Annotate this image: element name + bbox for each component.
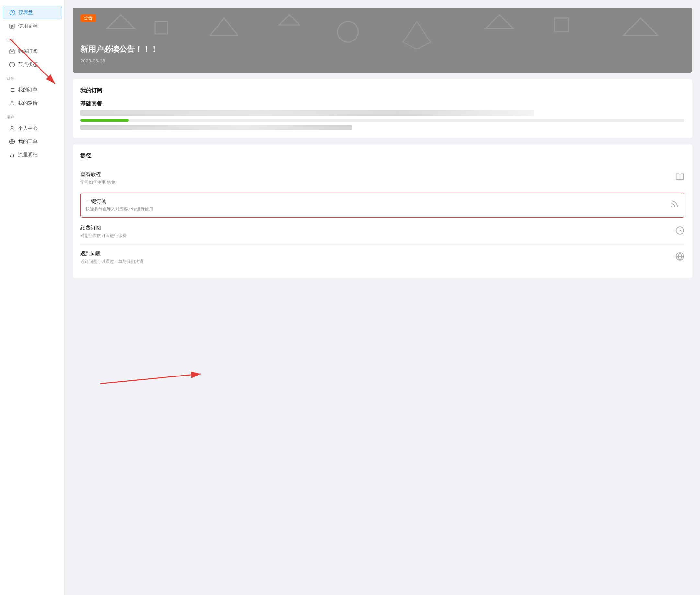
subscription-detail-blurred [80,125,352,130]
shortcut-subscribe-title: 一键订阅 [86,198,153,205]
shortcut-renew-text: 续费订阅 对您当前的订阅进行续费 [80,225,127,238]
svg-rect-21 [155,22,167,34]
shortcuts-card: 捷径 查看教程 学习如何使用 您免 一键订阅 快速将节点导入 [73,144,692,278]
sidebar-item-profile[interactable]: 个人中心 [3,122,62,135]
svg-marker-23 [279,15,300,25]
shortcut-renew-desc: 对您当前的订阅进行续费 [80,233,127,238]
orders-icon [9,87,15,93]
plan-name: 基础套餐 [80,100,684,108]
clock-icon [675,226,684,237]
dashboard-icon [9,10,15,16]
shortcut-one-click-subscribe[interactable]: 一键订阅 快速将节点导入对应客户端进行使用 [80,193,684,218]
banner-decorations [73,8,692,73]
shortcut-issue-text: 遇到问题 遇到问题可以通过工单与我们沟通 [80,251,143,264]
sidebar-item-label: 我的订单 [18,87,37,93]
svg-marker-22 [210,18,237,35]
sidebar-item-traffic[interactable]: 流量明细 [3,149,62,161]
svg-rect-27 [555,18,568,32]
docs-icon [9,23,15,29]
announcement-date: 2023-06-18 [80,58,105,63]
shortcut-subscribe-desc: 快速将节点导入对应客户端进行使用 [86,206,153,212]
sidebar-item-label: 购买订阅 [18,48,37,54]
subscription-progress-bar [80,119,684,122]
sidebar-item-label: 使用文档 [18,23,37,29]
shortcut-tutorial-title: 查看教程 [80,171,115,178]
svg-marker-26 [486,15,513,28]
sidebar-item-label: 流量明细 [18,152,37,158]
sidebar-item-label: 个人中心 [18,125,37,132]
shortcut-tutorial-desc: 学习如何使用 您免 [80,179,115,185]
tickets-icon [9,139,15,145]
shortcut-issue-desc: 遇到问题可以通过工单与我们沟通 [80,259,143,264]
shortcut-subscribe-text: 一键订阅 快速将节点导入对应客户端进行使用 [86,198,153,212]
svg-marker-28 [623,18,657,35]
sidebar-item-buy[interactable]: 购买订阅 [3,45,62,58]
profile-icon [9,125,15,132]
section-label-user: 用户 [0,110,64,121]
svg-point-24 [338,22,358,42]
sidebar-item-tickets[interactable]: 我的工单 [3,135,62,148]
invite-icon [9,101,15,106]
sidebar-item-nodes[interactable]: 节点状态 [3,58,62,71]
globe-icon [675,252,684,263]
section-label-finance: 财务 [0,72,64,83]
rss-icon [670,199,679,211]
sidebar-item-label: 我的工单 [18,139,37,145]
svg-point-13 [11,101,13,103]
section-label-subscription: 订阅 [0,33,64,44]
subscription-card-title: 我的订阅 [80,87,684,94]
svg-point-14 [11,126,13,128]
announcement-tag: 公告 [80,14,96,22]
subscription-info-blurred [80,110,534,116]
sidebar-item-invite[interactable]: 我的邀请 [3,97,62,109]
sidebar: 仪表盘 使用文档 订阅 [0,0,65,595]
shortcuts-title: 捷径 [80,152,684,160]
buy-icon [9,49,15,54]
sidebar-item-orders[interactable]: 我的订单 [3,84,62,96]
shortcut-renew[interactable]: 续费订阅 对您当前的订阅进行续费 [80,219,684,245]
announcement-title: 新用户必读公告！！！ [80,44,158,54]
sidebar-item-dashboard[interactable]: 仪表盘 [3,6,62,19]
book-icon [675,173,684,184]
shortcut-tutorial[interactable]: 查看教程 学习如何使用 您免 [80,165,684,191]
main-content: 公告 新用户必读公告！！！ 2023-06-18 我的订阅 基础套餐 捷径 查看… [65,0,700,595]
shortcut-tutorial-text: 查看教程 学习如何使用 您免 [80,171,115,185]
sidebar-item-label: 我的邀请 [18,100,37,106]
shortcut-issue-title: 遇到问题 [80,251,143,257]
sidebar-item-label: 节点状态 [18,61,37,68]
shortcut-issue[interactable]: 遇到问题 遇到问题可以通过工单与我们沟通 [80,245,684,270]
subscription-card: 我的订阅 基础套餐 [73,79,692,138]
traffic-icon [9,152,15,158]
nodes-icon [9,62,15,68]
svg-point-35 [672,206,672,207]
sidebar-item-label: 仪表盘 [19,9,33,16]
sidebar-item-docs[interactable]: 使用文档 [3,20,62,32]
announcement-banner[interactable]: 公告 新用户必读公告！！！ 2023-06-18 [73,8,692,73]
svg-marker-20 [107,15,134,28]
banner-background [73,8,692,73]
shortcut-renew-title: 续费订阅 [80,225,127,231]
subscription-progress-fill [80,119,129,122]
svg-marker-25 [403,22,430,49]
